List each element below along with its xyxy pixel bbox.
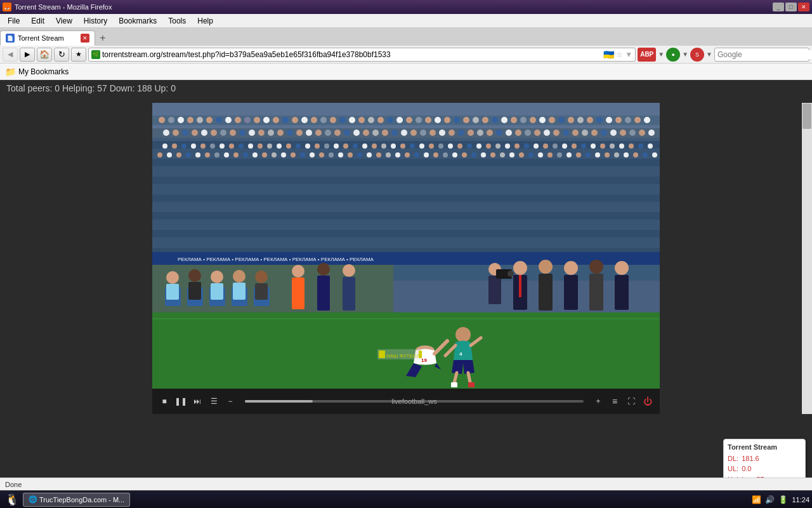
svg-point-61 — [201, 130, 207, 136]
svg-point-67 — [258, 130, 265, 136]
svg-rect-239 — [188, 282, 201, 300]
svg-point-126 — [191, 144, 196, 149]
svg-point-168 — [591, 144, 596, 149]
tab-close-button[interactable]: ✕ — [81, 34, 89, 43]
svg-point-82 — [401, 130, 407, 136]
green-circle-button[interactable]: ● — [666, 48, 680, 62]
vol-down-button[interactable]: − — [223, 394, 237, 408]
menu-edit[interactable]: Edit — [26, 15, 49, 27]
svg-point-139 — [315, 144, 320, 149]
adblock-button[interactable]: ABP — [638, 48, 656, 62]
menu-button[interactable]: ☰ — [207, 394, 221, 408]
svg-point-125 — [181, 144, 187, 149]
svg-rect-247 — [292, 277, 304, 309]
svg-point-7 — [187, 117, 193, 123]
svg-rect-113 — [152, 168, 660, 175]
dropdown-arrow[interactable]: ▼ — [658, 51, 664, 58]
svg-point-209 — [481, 152, 486, 157]
svg-point-266 — [508, 271, 514, 277]
svg-point-80 — [382, 130, 388, 136]
search-input[interactable] — [717, 50, 812, 59]
svg-point-238 — [188, 269, 201, 282]
svg-point-38 — [482, 117, 488, 123]
red-icon-button[interactable]: S — [690, 48, 704, 62]
scrollbar-thumb[interactable] — [802, 104, 811, 129]
next-button[interactable]: ⏭ — [190, 394, 204, 408]
svg-point-128 — [210, 144, 215, 149]
svg-point-21 — [320, 117, 327, 123]
svg-point-35 — [454, 117, 460, 123]
volume-icon[interactable]: 🔊 — [765, 495, 775, 504]
minimize-button[interactable]: _ — [773, 3, 784, 11]
start-button[interactable]: 🐧 — [3, 493, 22, 507]
stop-button[interactable]: ■ — [157, 394, 171, 408]
progress-fill — [245, 400, 313, 403]
green-btn-dropdown[interactable]: ▼ — [682, 51, 688, 58]
new-tab-button[interactable]: + — [95, 30, 110, 46]
svg-point-222 — [605, 152, 610, 157]
menu-tools[interactable]: Tools — [163, 15, 191, 27]
svg-point-191 — [310, 152, 315, 157]
site-favicon: 🌿 — [91, 50, 100, 59]
maximize-button[interactable]: □ — [785, 3, 797, 11]
svg-point-154 — [457, 144, 462, 149]
url-input[interactable] — [102, 50, 601, 59]
svg-point-29 — [396, 117, 403, 123]
svg-point-161 — [524, 144, 529, 149]
home-button[interactable]: 🏠 — [37, 48, 52, 62]
svg-point-51 — [606, 117, 612, 123]
svg-point-244 — [255, 271, 268, 283]
svg-rect-116 — [152, 194, 660, 202]
svg-point-174 — [648, 144, 653, 149]
red-btn-dropdown[interactable]: ▼ — [706, 51, 712, 58]
stop-loading-button[interactable]: ★ — [71, 48, 86, 62]
url-bar[interactable]: 🌿 🇺🇦 ☆ ▼ — [88, 48, 636, 62]
svg-point-73 — [315, 130, 322, 136]
menu-view[interactable]: View — [51, 15, 77, 27]
refresh-button[interactable]: ↻ — [54, 48, 69, 62]
forward-button[interactable]: ▶ — [20, 48, 35, 62]
svg-point-189 — [291, 152, 296, 157]
dropdown-icon[interactable]: ▼ — [625, 50, 632, 59]
menu-bookmarks[interactable]: Bookmarks — [114, 15, 162, 27]
bookmark-star-icon[interactable]: ☆ — [616, 50, 623, 59]
svg-point-138 — [305, 144, 310, 149]
menu-file[interactable]: File — [3, 15, 25, 27]
svg-point-37 — [473, 117, 479, 123]
svg-point-43 — [530, 117, 536, 123]
svg-point-95 — [525, 130, 531, 136]
svg-point-184 — [243, 152, 248, 157]
svg-point-166 — [572, 144, 577, 149]
search-bar[interactable]: 🔍 — [714, 48, 809, 62]
menu-history[interactable]: History — [79, 15, 112, 27]
video-container: РЕКЛАМА • РЕКЛАМА • РЕКЛАМА • РЕКЛАМА • … — [152, 103, 660, 414]
svg-point-27 — [377, 117, 384, 123]
tab-torrent-stream[interactable]: 📄 Torrent Stream ✕ — [0, 30, 95, 46]
my-bookmarks-link[interactable]: My Bookmarks — [18, 67, 69, 76]
video-frame[interactable]: РЕКЛАМА • РЕКЛАМА • РЕКЛАМА • РЕКЛАМА • … — [152, 103, 660, 389]
flag-icon: 🇺🇦 — [603, 50, 614, 60]
close-button[interactable]: ✕ — [798, 3, 809, 11]
svg-point-105 — [620, 130, 626, 136]
status-bar: Done — [0, 478, 812, 490]
svg-point-261 — [615, 261, 629, 275]
svg-point-193 — [329, 152, 334, 157]
menu-help[interactable]: Help — [192, 15, 218, 27]
scrollbar[interactable] — [802, 103, 812, 414]
taskbar-item-browser[interactable]: 🌐 TrucTiepBongDa.com - M... — [23, 493, 130, 507]
playlist-button[interactable]: ≡ — [608, 394, 622, 408]
svg-point-81 — [391, 130, 398, 136]
power-button[interactable]: ⏻ — [641, 394, 655, 408]
svg-point-90 — [477, 130, 483, 136]
svg-point-23 — [339, 117, 346, 123]
svg-point-92 — [496, 130, 502, 136]
fullscreen-button[interactable]: ⛶ — [624, 394, 638, 408]
svg-point-213 — [519, 152, 524, 157]
svg-point-63 — [220, 130, 226, 136]
pause-button[interactable]: ❚❚ — [174, 394, 188, 408]
vol-up-button[interactable]: + — [591, 394, 605, 408]
back-button[interactable]: ◀ — [3, 48, 18, 62]
title-bar-left: 🦊 Torrent Stream - Mozilla Firefox — [3, 3, 112, 11]
page-content: Total peers: 0 Helping: 57 Down: 188 Up:… — [0, 80, 812, 508]
svg-point-78 — [363, 130, 369, 136]
